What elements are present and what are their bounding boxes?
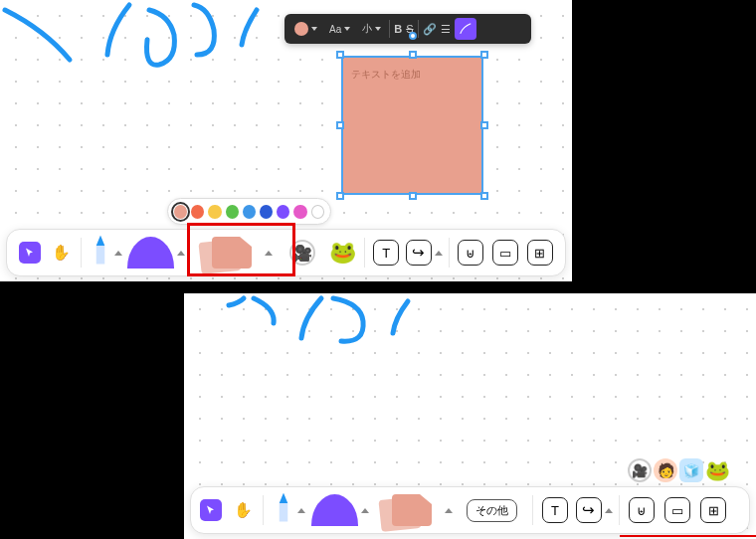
resize-handle-tl[interactable] — [336, 51, 344, 59]
main-toolbar-2: ✋ その他 T ↪ ⊎ ▭ ⊞ — [190, 486, 750, 534]
stamp-tool[interactable]: 🎥 — [282, 233, 323, 272]
resize-handle-mb[interactable] — [409, 192, 417, 200]
shape-tool[interactable] — [127, 233, 185, 272]
camera-avatar[interactable]: 🎥 — [628, 458, 652, 482]
sticky-placeholder: テキストを追加 — [351, 68, 421, 82]
sticky-note-shape[interactable]: テキストを追加 — [341, 56, 483, 195]
main-toolbar: ✋ 🎥 🐸 T ↪ ⊎ ▭ ⊞ — [6, 229, 566, 276]
sticky-expand-icon[interactable] — [265, 251, 273, 256]
shape-blob-icon — [127, 237, 174, 269]
link-button[interactable]: 🔗 — [423, 23, 437, 36]
section-tool[interactable]: ▭ — [662, 490, 693, 530]
list-button[interactable]: ☰ — [441, 23, 451, 36]
annotation-underline — [620, 535, 756, 537]
text-tool[interactable]: T — [539, 490, 571, 530]
table-tool[interactable]: ⊞ — [697, 490, 729, 530]
connector-tool[interactable]: ↪ — [575, 490, 613, 530]
current-color-swatch — [294, 22, 308, 36]
color-swatch-salmon[interactable] — [174, 205, 187, 219]
ink-strokes-2 — [184, 293, 756, 413]
other-tool[interactable]: その他 — [457, 490, 526, 530]
resize-handle-mr[interactable] — [480, 121, 488, 129]
bold-button[interactable]: B — [394, 23, 402, 35]
sticky-note-icon — [194, 235, 262, 270]
section-tool[interactable]: ▭ — [489, 233, 520, 272]
pointer-tool[interactable] — [197, 490, 225, 530]
selected-sticky-note[interactable]: テキストを追加 — [341, 56, 483, 195]
color-picker-button[interactable] — [290, 18, 321, 40]
resize-handle-ml[interactable] — [336, 121, 344, 129]
color-swatch-orange[interactable] — [191, 205, 204, 219]
sticky-note-tool[interactable] — [189, 233, 277, 272]
sticker-tool[interactable]: 🐸 — [327, 233, 358, 272]
person-avatar[interactable]: 🧑 — [654, 458, 677, 482]
color-swatch-green[interactable] — [226, 205, 239, 219]
hand-tool[interactable]: ✋ — [48, 233, 75, 272]
pen-expand-icon[interactable] — [114, 251, 122, 256]
connector-tool[interactable]: ↪ — [406, 233, 443, 272]
resize-handle-bl[interactable] — [336, 192, 344, 200]
resize-handle-mt[interactable] — [409, 51, 417, 59]
shape-tool[interactable] — [311, 490, 369, 530]
font-family-button[interactable]: Aa — [325, 18, 354, 40]
color-swatch-navy[interactable] — [260, 205, 273, 219]
table-tool[interactable]: ⊞ — [524, 233, 555, 272]
color-swatch-purple[interactable] — [277, 205, 289, 219]
avatar-cluster: 🎥 🧑 🧊 🐸 — [628, 458, 729, 482]
stamp-button[interactable]: ⊎ — [456, 233, 486, 272]
color-swatch-pink[interactable] — [293, 205, 306, 219]
font-size-button[interactable]: 小 — [358, 18, 385, 40]
color-swatch-white[interactable] — [311, 205, 324, 219]
sticky-note-tool[interactable] — [373, 490, 453, 530]
pen-tool[interactable] — [88, 233, 124, 272]
hand-tool[interactable]: ✋ — [229, 490, 257, 530]
shape-expand-icon[interactable] — [177, 251, 185, 256]
color-palette-popup — [167, 198, 331, 225]
washi-avatar[interactable]: 🧊 — [679, 458, 703, 482]
pointer-tool[interactable] — [17, 233, 44, 272]
color-swatch-yellow[interactable] — [208, 205, 221, 219]
text-tool[interactable]: T — [371, 233, 402, 272]
color-swatch-blue[interactable] — [243, 205, 256, 219]
draw-tool-button[interactable] — [455, 18, 476, 40]
pen-tool[interactable] — [270, 490, 307, 530]
stamp-button[interactable]: ⊎ — [626, 490, 658, 530]
screenshot-bottom: 🎥 🧑 🧊 🐸 ✋ その他 T ↪ ⊎ ▭ ⊞ — [184, 293, 756, 539]
frog-avatar[interactable]: 🐸 — [705, 458, 729, 482]
resize-handle-tr[interactable] — [480, 51, 488, 59]
screenshot-top: Aa 小 B S 🔗 ☰ テキストを追加 — [0, 0, 572, 281]
rotate-handle[interactable] — [409, 32, 417, 40]
resize-handle-br[interactable] — [480, 192, 488, 200]
text-format-toolbar: Aa 小 B S 🔗 ☰ — [284, 14, 531, 44]
